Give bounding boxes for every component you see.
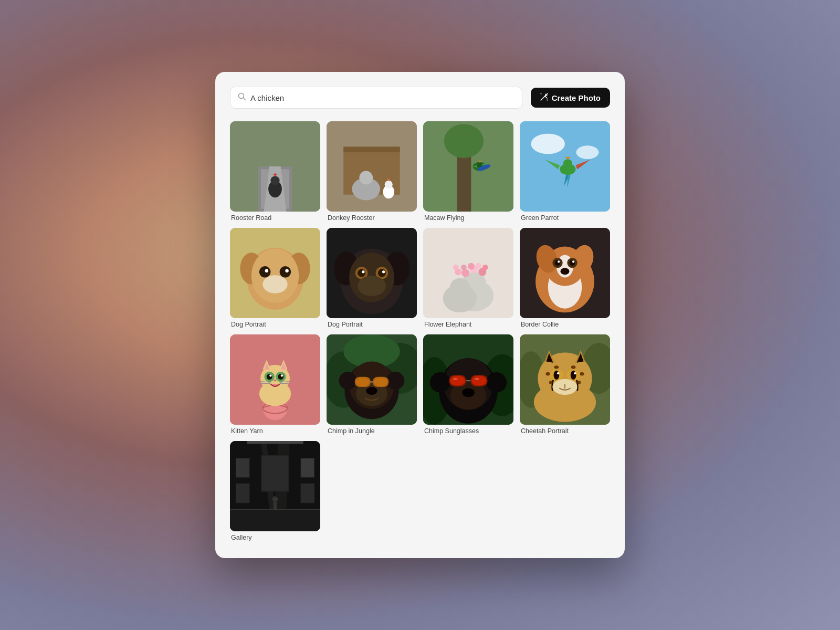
- svg-point-46: [285, 269, 288, 272]
- photo-dog-portrait-2: [327, 228, 417, 318]
- create-photo-label: Create Photo: [552, 93, 601, 102]
- svg-point-122: [356, 377, 370, 386]
- photo-label-kitten-yarn: Kitten Yarn: [230, 427, 320, 435]
- svg-point-45: [265, 269, 268, 272]
- photo-grid: Rooster Road Donkey Rooster: [230, 121, 610, 541]
- photo-label-donkey-rooster: Donkey Rooster: [327, 214, 417, 222]
- grid-item-kitten-yarn[interactable]: Kitten Yarn: [230, 334, 320, 435]
- svg-point-137: [471, 375, 486, 385]
- svg-rect-179: [274, 502, 277, 510]
- svg-rect-12: [343, 146, 400, 152]
- photo-label-gallery: Gallery: [230, 534, 320, 541]
- grid-item-dog-portrait-1[interactable]: Dog Portrait: [230, 228, 320, 328]
- svg-rect-181: [301, 458, 314, 477]
- svg-point-74: [482, 265, 488, 270]
- svg-point-88: [572, 260, 574, 262]
- svg-rect-169: [247, 441, 303, 444]
- svg-point-61: [358, 276, 386, 296]
- svg-point-139: [475, 378, 479, 380]
- svg-point-157: [578, 381, 581, 384]
- svg-point-32: [563, 159, 572, 168]
- svg-point-131: [486, 372, 507, 393]
- photo-border-collie: [520, 228, 610, 318]
- photo-cheetah-portrait: [520, 334, 610, 425]
- grid-item-green-parrot[interactable]: Green Parrot: [520, 121, 610, 222]
- search-icon: [238, 92, 246, 103]
- grid-item-gallery[interactable]: Gallery: [230, 441, 320, 541]
- photo-gallery: [230, 441, 320, 531]
- svg-point-67: [461, 269, 469, 277]
- svg-point-75: [453, 265, 459, 270]
- create-photo-button[interactable]: Create Photo: [531, 88, 610, 108]
- svg-point-152: [545, 372, 550, 375]
- svg-point-130: [430, 372, 450, 393]
- svg-rect-173: [236, 458, 249, 477]
- svg-point-155: [580, 372, 584, 375]
- svg-point-59: [382, 270, 385, 273]
- svg-point-141: [464, 392, 467, 394]
- svg-point-57: [378, 269, 386, 277]
- svg-point-56: [358, 269, 365, 277]
- svg-point-73: [461, 265, 467, 270]
- svg-point-72: [476, 263, 481, 269]
- photo-label-dog-portrait-1: Dog Portrait: [230, 321, 320, 328]
- header: Create Photo: [230, 87, 610, 109]
- svg-point-156: [549, 381, 552, 384]
- photo-label-green-parrot: Green Parrot: [520, 214, 610, 222]
- photo-kitten-yarn: [230, 334, 320, 425]
- svg-line-1: [244, 98, 246, 100]
- svg-point-162: [557, 372, 559, 374]
- grid-item-border-collie[interactable]: Border Collie: [520, 228, 610, 328]
- svg-point-17: [385, 181, 393, 188]
- grid-item-macaw-flying[interactable]: Macaw Flying: [423, 121, 513, 222]
- search-input[interactable]: [250, 93, 514, 102]
- photo-dog-portrait-1: [230, 228, 320, 318]
- photo-label-border-collie: Border Collie: [520, 321, 610, 328]
- svg-point-86: [570, 260, 575, 266]
- svg-point-48: [262, 275, 287, 293]
- svg-point-44: [280, 266, 291, 277]
- svg-point-140: [462, 388, 475, 397]
- svg-point-103: [269, 374, 271, 376]
- search-bar[interactable]: [230, 87, 522, 109]
- svg-point-66: [450, 278, 470, 299]
- svg-point-104: [281, 374, 283, 376]
- photo-chimp-sunglasses: [423, 334, 513, 425]
- photo-rooster-road: [230, 121, 320, 212]
- svg-point-29: [531, 134, 565, 154]
- svg-point-87: [558, 260, 560, 262]
- svg-point-154: [571, 365, 576, 369]
- svg-point-30: [576, 145, 599, 159]
- photo-flower-elephant: [423, 228, 513, 318]
- svg-rect-184: [230, 509, 320, 510]
- grid-item-cheetah-portrait[interactable]: Cheetah Portrait: [520, 334, 610, 435]
- photo-label-chimp-sunglasses: Chimp Sunglasses: [423, 427, 513, 435]
- photo-label-chimp-jungle: Chimp in Jungle: [327, 427, 417, 435]
- photo-label-rooster-road: Rooster Road: [230, 214, 320, 222]
- svg-point-124: [366, 387, 377, 395]
- grid-item-chimp-sunglasses[interactable]: Chimp Sunglasses: [423, 334, 513, 435]
- svg-rect-183: [301, 484, 314, 502]
- svg-point-58: [362, 270, 364, 273]
- grid-item-dog-portrait-2[interactable]: Dog Portrait: [327, 228, 417, 328]
- photo-label-dog-portrait-2: Dog Portrait: [327, 321, 417, 328]
- svg-point-163: [574, 372, 576, 374]
- svg-point-7: [270, 176, 279, 185]
- photo-green-parrot: [520, 121, 610, 212]
- grid-item-chimp-jungle[interactable]: Chimp in Jungle: [327, 334, 417, 435]
- svg-point-101: [267, 374, 272, 380]
- svg-point-71: [468, 263, 475, 270]
- svg-rect-175: [236, 484, 249, 502]
- photo-chimp-jungle: [327, 334, 417, 425]
- photo-donkey-rooster: [327, 121, 417, 212]
- svg-point-21: [444, 124, 484, 158]
- svg-point-138: [453, 378, 458, 380]
- wand-icon: [540, 93, 548, 102]
- main-panel: Create Photo Rooster Road: [215, 72, 625, 558]
- svg-point-178: [272, 496, 278, 502]
- grid-item-donkey-rooster[interactable]: Donkey Rooster: [327, 121, 417, 222]
- grid-item-flower-elephant[interactable]: Flower Elephant: [423, 228, 513, 328]
- grid-item-rooster-road[interactable]: Rooster Road: [230, 121, 320, 222]
- svg-point-142: [469, 392, 472, 394]
- svg-point-161: [571, 371, 576, 380]
